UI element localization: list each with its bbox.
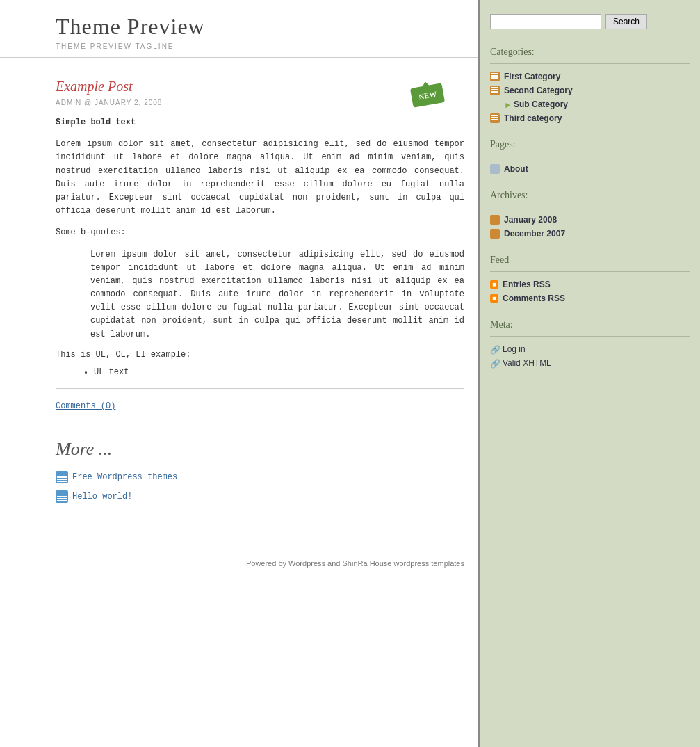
more-link-2[interactable]: Hello world! [56,490,464,503]
search-button[interactable]: Search [605,14,647,29]
post-meta: ADMIN @ JANUARY 2, 2008 [56,99,464,106]
meta-heading: Meta: [490,319,690,330]
pages-heading: Pages: [490,139,690,150]
sidebar-item-valid-xhtml[interactable]: 🔗 Valid XHTML [490,356,690,370]
footer-text: Powered by Wordpress and ShinRa House wo… [246,559,464,568]
archive-icon [490,229,500,239]
comments-link[interactable]: Comments (0) [56,400,464,411]
archives-divider [490,207,690,207]
entries-rss-link[interactable]: Entries RSS [503,280,551,289]
post-divider [56,388,464,389]
page-icon [56,471,68,483]
pages-divider [490,156,690,156]
sidebar-item-entries-rss[interactable]: ■ Entries RSS [490,278,690,291]
archives-heading: Archives: [490,190,690,201]
sidebar-item-january-2008[interactable]: January 2008 [490,213,690,227]
december-2007-link[interactable]: December 2007 [504,229,565,239]
subcategory-icon: ► [504,101,511,108]
categories-divider [490,63,690,64]
more-link-anchor-2[interactable]: Hello world! [72,492,132,501]
first-category-link[interactable]: First Category [504,72,560,81]
site-header: Theme Preview THEME PREVIEW TAGLINE [0,0,478,58]
category-icon [490,86,500,95]
archives-section: Archives: January 2008 December 2007 [490,190,690,241]
list-section: This is UL, OL, LI example: UL text [56,348,464,377]
valid-xhtml-link[interactable]: Valid XHTML [503,358,551,368]
link-icon: 🔗 [490,359,498,367]
archive-icon [490,215,500,225]
comments-rss-link[interactable]: Comments RSS [503,294,565,303]
list-intro: This is UL, OL, LI example: [56,348,464,362]
site-title: Theme Preview [56,14,464,40]
sub-category-link[interactable]: Sub Category [514,99,568,109]
meta-divider [490,336,690,337]
sidebar-item-first-category[interactable]: First Category [490,70,690,83]
rss-icon: ■ [490,294,498,303]
page-icon-sm [490,164,500,174]
pages-section: Pages: About [490,139,690,176]
login-link[interactable]: Log in [503,344,526,354]
sidebar-item-about[interactable]: About [490,162,690,176]
feed-section: Feed ■ Entries RSS ■ Comments RSS [490,255,690,305]
sidebar-item-login[interactable]: 🔗 Log in [490,342,690,356]
categories-section: Categories: First Category Second Catego… [490,47,690,125]
new-badge: NEW [410,83,445,108]
post-title-link[interactable]: Example Post [56,79,133,94]
page-icon [56,490,68,503]
ul-list: UL text [94,367,464,377]
site-tagline: THEME PREVIEW TAGLINE [56,42,464,50]
category-icon [490,72,500,81]
post-bold-text: Simple bold text [56,116,464,129]
search-box[interactable]: Search [490,10,690,33]
sidebar-item-comments-rss[interactable]: ■ Comments RSS [490,291,690,305]
feed-divider [490,271,690,272]
post: NEW Example Post ADMIN @ JANUARY 2, 2008… [56,79,464,411]
main-content: NEW Example Post ADMIN @ JANUARY 2, 2008… [0,58,478,524]
search-input[interactable] [490,14,601,29]
post-body: Simple bold text Lorem ipsum dolor sit a… [56,116,464,377]
post-title[interactable]: Example Post [56,79,464,95]
sidebar-item-sub-category[interactable]: ► Sub Category [490,97,690,111]
third-category-link[interactable]: Third category [504,113,562,123]
feed-heading: Feed [490,255,690,266]
january-2008-link[interactable]: January 2008 [504,215,557,225]
second-category-link[interactable]: Second Category [504,86,573,95]
sidebar: Search Categories: First Category Second… [480,0,700,747]
ul-item: UL text [94,367,464,377]
sidebar-item-third-category[interactable]: Third category [490,111,690,125]
footer: Powered by Wordpress and ShinRa House wo… [0,552,478,575]
link-icon: 🔗 [490,345,498,353]
more-link-anchor-1[interactable]: Free Wordpress themes [72,472,177,482]
category-icon [490,113,500,123]
comments-link-anchor[interactable]: Comments (0) [56,401,115,411]
sidebar-item-second-category[interactable]: Second Category [490,83,690,97]
more-heading: More ... [56,439,464,460]
categories-heading: Categories: [490,47,690,58]
post-blockquote-intro: Some b-quotes: [56,226,464,239]
post-paragraph1: Lorem ipsum dolor sit amet, consectetur … [56,138,464,218]
about-link[interactable]: About [504,164,528,174]
more-section: More ... Free Wordpress themes Hello wor… [56,439,464,503]
meta-section: Meta: 🔗 Log in 🔗 Valid XHTML [490,319,690,370]
new-badge-container: NEW [412,86,443,105]
rss-icon: ■ [490,280,498,289]
sidebar-item-december-2007[interactable]: December 2007 [490,227,690,241]
post-blockquote: Lorem ipsum dolor sit amet, consectetur … [83,248,464,342]
more-link-1[interactable]: Free Wordpress themes [56,471,464,483]
